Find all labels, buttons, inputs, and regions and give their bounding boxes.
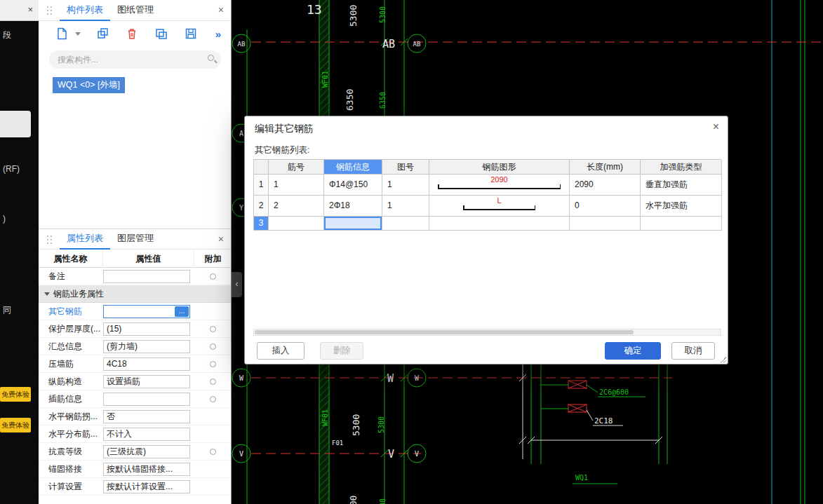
property-panel-tabbar: 属性列表 图层管理 × xyxy=(39,229,231,250)
axis-label-w: W xyxy=(387,372,394,385)
dock-item-1[interactable]: 段 xyxy=(3,29,11,41)
dock-titlebar: × xyxy=(0,0,39,21)
drag-handle-icon[interactable] xyxy=(47,6,53,15)
attach-radio[interactable] xyxy=(210,273,216,280)
component-toolbar: » xyxy=(39,21,231,46)
property-row-calc-settings: 计算设置 按默认计算设置... xyxy=(39,478,231,496)
cancel-button[interactable]: 取消 xyxy=(671,342,715,360)
delete-button[interactable] xyxy=(124,26,140,41)
tab-component-list[interactable]: 构件列表 xyxy=(60,0,110,21)
row-index[interactable]: 1 xyxy=(254,175,269,196)
resize-grip[interactable] xyxy=(721,357,726,362)
wall-tag-top: WF01 xyxy=(321,71,329,88)
close-icon[interactable]: × xyxy=(218,233,224,245)
tab-drawing-management[interactable]: 图纸管理 xyxy=(110,0,161,21)
component-panel-tabbar: 构件列表 图纸管理 × xyxy=(39,0,231,21)
left-dock: × 段 (RF) ) 同 免费体验 免费体验 xyxy=(0,0,39,504)
rebar-shape-cell[interactable]: L xyxy=(429,196,570,217)
rebar-table-header: 筋号 钢筋信息 图号 钢筋图形 长度(mm) 加强筋类型 xyxy=(254,160,721,175)
grid-bubble-a-left: A xyxy=(239,130,243,137)
tab-property-list[interactable]: 属性列表 xyxy=(60,229,110,250)
property-row-other-rebar: 其它钢筋 ... xyxy=(39,303,231,320)
attach-radio[interactable] xyxy=(210,379,216,385)
edit-other-rebar-dialog: 编辑其它钢筋 × 其它钢筋列表: 筋号 钢筋信息 图号 钢筋图形 长度(mm) … xyxy=(244,116,728,365)
wall-tag-bottom: WF01 xyxy=(321,409,329,426)
property-row-dowel-info: 插筋信息 xyxy=(39,390,231,408)
axis-label-ab: AB xyxy=(382,38,395,50)
attach-radio[interactable] xyxy=(210,449,216,455)
drag-handle-icon[interactable] xyxy=(47,235,53,244)
rebar-shape-line xyxy=(438,188,561,189)
attach-radio[interactable] xyxy=(210,343,216,350)
property-row-anchor-lap: 锚固搭接 按默认锚固搭接... xyxy=(39,461,231,478)
dock-item-2[interactable]: (RF) xyxy=(3,164,20,174)
panel-collapse-handle[interactable]: ‹ xyxy=(232,272,242,297)
scrollbar-thumb[interactable] xyxy=(255,330,634,334)
dim-5300-top2: 5300 xyxy=(379,6,387,23)
attach-radio[interactable] xyxy=(210,361,216,367)
grid-bubble-v-left: V xyxy=(239,450,243,458)
more-options-button[interactable]: ... xyxy=(175,306,189,317)
copy-to-other-layer-button[interactable] xyxy=(154,26,169,41)
property-row-horizontal-distribution: 水平分布筋... 不计入 xyxy=(39,425,231,443)
col-reinforce-type[interactable]: 加强筋类型 xyxy=(641,160,722,175)
dim-5300-top: 5300 xyxy=(348,5,359,27)
wall-name-label: WQ1 xyxy=(575,474,588,482)
col-rebar-info[interactable]: 钢筋信息 xyxy=(324,160,382,175)
row-index[interactable]: 2 xyxy=(254,196,269,217)
other-rebar-input[interactable]: ... xyxy=(103,305,190,318)
copy-button[interactable] xyxy=(95,26,110,41)
new-component-button[interactable] xyxy=(54,26,69,41)
rebar-table: 筋号 钢筋信息 图号 钢筋图形 长度(mm) 加强筋类型 1 1 Φ14@150… xyxy=(253,159,721,231)
rebar-note-stirrup: 2C6@600 xyxy=(599,388,629,396)
horizontal-scrollbar[interactable] xyxy=(253,329,721,336)
close-icon[interactable]: × xyxy=(713,121,719,133)
property-row-wall-press-bar: 压墙筋 4C18 xyxy=(39,355,231,373)
property-row-horizontal-bar-bend: 水平钢筋拐... 否 xyxy=(39,408,231,425)
dock-item-4[interactable]: 同 xyxy=(3,304,11,316)
free-trial-badge[interactable]: 免费体验 xyxy=(0,387,31,402)
save-archive-button[interactable] xyxy=(183,26,199,41)
ok-button[interactable]: 确定 xyxy=(605,342,661,360)
chevron-down-icon[interactable] xyxy=(75,32,81,36)
dock-item-3[interactable]: ) xyxy=(3,214,6,224)
dim-5300-mid2: 5300 xyxy=(377,416,385,433)
col-rebar-shape[interactable]: 钢筋图形 xyxy=(429,160,570,175)
attach-radio[interactable] xyxy=(210,326,216,332)
rebar-row-3: 3 xyxy=(254,217,721,231)
search-icon xyxy=(208,55,214,61)
col-length[interactable]: 长度(mm) xyxy=(570,160,641,175)
property-row-vertical-bar-construct: 纵筋构造 设置插筋 xyxy=(39,373,231,390)
grid-bubble-w: W xyxy=(415,374,420,382)
col-bar-no[interactable]: 筋号 xyxy=(269,160,324,175)
close-icon[interactable]: × xyxy=(27,4,33,15)
grid-bubble-w-left: W xyxy=(239,374,244,382)
insert-button[interactable]: 插入 xyxy=(257,342,305,360)
expand-toolbar-icon[interactable]: » xyxy=(215,28,221,40)
left-panel: 构件列表 图纸管理 × » xyxy=(39,0,232,504)
property-row-remark: 备注 xyxy=(39,268,231,285)
search-input[interactable] xyxy=(58,50,205,69)
property-row-summary-info: 汇总信息 (剪力墙) xyxy=(39,338,231,355)
dock-hover-highlight[interactable] xyxy=(0,111,31,137)
component-item-wq1[interactable]: WQ1 <0> [外墙] xyxy=(53,77,125,93)
rebar-row-2: 2 2 2Φ18 1 L 0 水平加强筋 xyxy=(254,196,721,217)
attach-radio[interactable] xyxy=(210,396,216,402)
dim-6350: 6350 xyxy=(344,89,355,111)
application-window: AB W V AB A Y W V AB W V 13 5300 5300 63… xyxy=(0,0,823,504)
rebar-list-label: 其它钢筋列表: xyxy=(255,144,309,156)
dialog-title: 编辑其它钢筋 xyxy=(255,123,314,135)
col-fig-no[interactable]: 图号 xyxy=(382,160,429,175)
wall-tag-f01: F01 xyxy=(332,440,343,447)
rebar-note-bar: 2C18 xyxy=(594,416,613,425)
rebar-shape-cell[interactable]: 2090 xyxy=(429,175,570,196)
row-index[interactable]: 3 xyxy=(254,217,269,231)
free-trial-badge[interactable]: 免费体验 xyxy=(0,418,31,433)
tab-layer-management[interactable]: 图层管理 xyxy=(110,229,161,250)
property-group-rebar-business[interactable]: 钢筋业务属性 xyxy=(39,285,231,303)
component-search xyxy=(49,50,221,69)
rebar-shape-line xyxy=(463,209,535,210)
property-table: 备注 钢筋业务属性 其它钢筋 ... 保护层厚度(... (15) 汇总信息 (… xyxy=(39,268,231,496)
close-icon[interactable]: × xyxy=(218,4,224,15)
editing-cell[interactable] xyxy=(324,217,382,231)
